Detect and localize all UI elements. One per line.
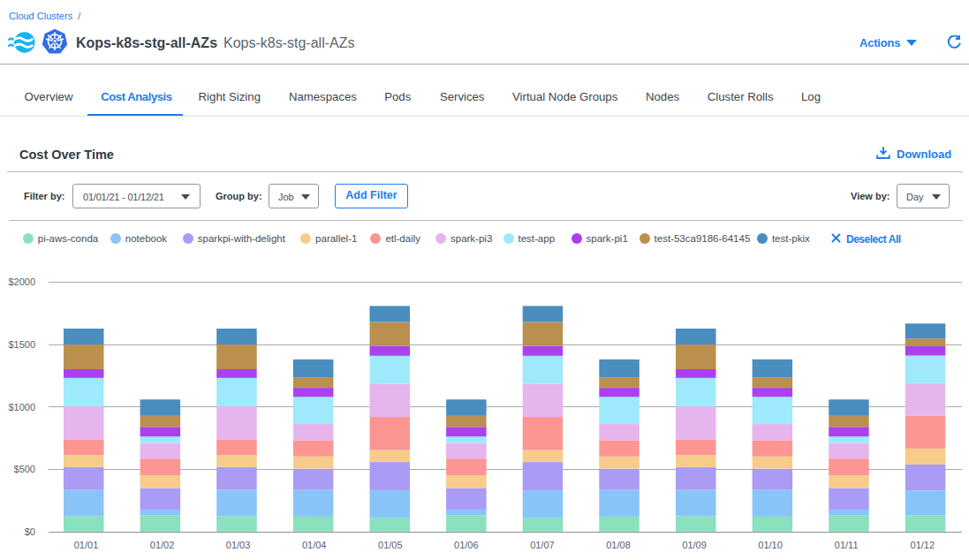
svg-text:01/06: 01/06 <box>454 540 479 550</box>
svg-text:01/02: 01/02 <box>150 540 175 550</box>
svg-text:$1500: $1500 <box>8 339 35 350</box>
svg-text:01/01: 01/01 <box>74 540 99 550</box>
svg-text:01/07: 01/07 <box>530 540 555 550</box>
svg-text:$0: $0 <box>25 526 35 537</box>
svg-text:01/05: 01/05 <box>378 540 403 550</box>
svg-text:01/11: 01/11 <box>835 540 859 550</box>
svg-text:$2000: $2000 <box>8 276 35 287</box>
svg-text:01/03: 01/03 <box>226 540 251 550</box>
svg-text:$1000: $1000 <box>8 402 35 412</box>
svg-text:01/12: 01/12 <box>911 540 935 550</box>
svg-text:01/09: 01/09 <box>682 540 707 550</box>
svg-text:$500: $500 <box>14 464 35 474</box>
svg-text:01/10: 01/10 <box>758 540 783 550</box>
svg-text:01/08: 01/08 <box>606 540 631 550</box>
svg-text:01/04: 01/04 <box>302 540 327 550</box>
